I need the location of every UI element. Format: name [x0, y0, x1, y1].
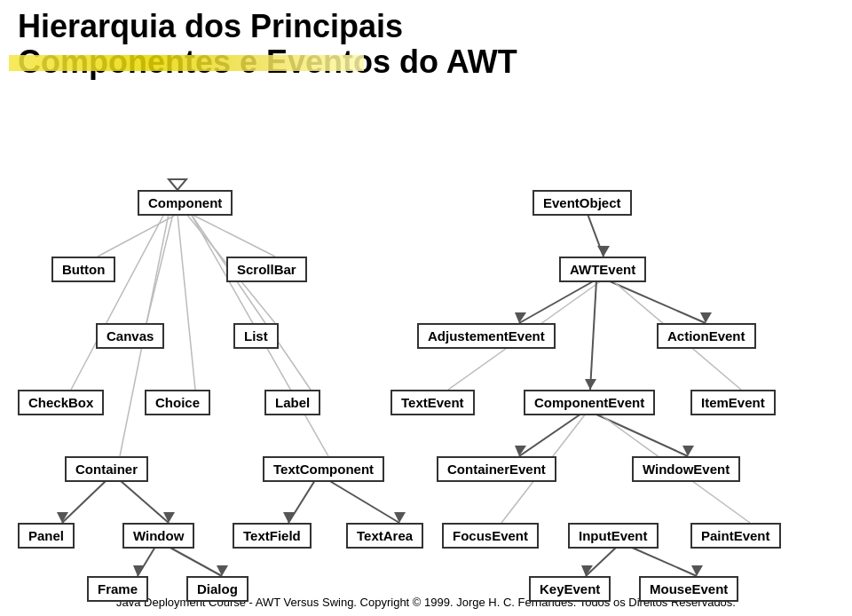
node-window: Window — [122, 523, 194, 549]
node-keyevent: KeyEvent — [529, 576, 611, 602]
title-line1: Hierarquia dos Principais — [18, 9, 834, 44]
node-inputevent: InputEvent — [568, 523, 659, 549]
svg-marker-38 — [283, 512, 295, 523]
svg-line-16 — [590, 280, 596, 390]
node-choice: Choice — [145, 390, 210, 415]
node-textfield: TextField — [233, 523, 312, 549]
svg-line-27 — [630, 547, 697, 576]
svg-line-6 — [191, 214, 311, 390]
svg-line-4 — [71, 214, 164, 390]
node-textcomponent: TextComponent — [263, 456, 384, 482]
svg-line-13 — [608, 280, 706, 323]
svg-marker-17 — [585, 379, 596, 390]
node-canvas: Canvas — [96, 323, 164, 349]
node-actionevent: ActionEvent — [657, 323, 756, 349]
svg-line-0 — [98, 214, 178, 257]
svg-line-35 — [169, 547, 222, 576]
node-awtevent: AWTEvent — [559, 257, 646, 282]
node-dialog: Dialog — [186, 576, 248, 602]
svg-line-29 — [62, 480, 106, 523]
node-containerevent: ContainerEvent — [437, 456, 556, 482]
svg-marker-32 — [163, 512, 175, 523]
node-panel: Panel — [18, 523, 75, 549]
svg-marker-41 — [169, 179, 186, 190]
node-component: Component — [138, 190, 233, 216]
node-label: Label — [264, 390, 320, 415]
node-focusevent: FocusEvent — [442, 523, 539, 549]
svg-line-25 — [586, 547, 617, 576]
node-frame: Frame — [87, 576, 148, 602]
svg-line-11 — [519, 280, 595, 323]
svg-line-33 — [138, 547, 155, 576]
node-textevent: TextEvent — [390, 390, 475, 415]
node-list: List — [233, 323, 279, 349]
node-adjustementevent: AdjustementEvent — [417, 323, 556, 349]
svg-line-39 — [328, 480, 399, 523]
node-componentevent: ComponentEvent — [524, 390, 655, 415]
node-checkbox: CheckBox — [18, 390, 104, 415]
highlight-bar — [9, 55, 364, 71]
svg-marker-34 — [133, 565, 144, 576]
title-section: Hierarquia dos Principais Componentes e … — [0, 0, 852, 79]
diagram-area: Component EventObject Button ScrollBar A… — [0, 83, 852, 598]
svg-line-19 — [519, 414, 581, 456]
svg-marker-10 — [597, 246, 610, 257]
node-scrollbar: ScrollBar — [226, 257, 307, 282]
node-paintevent: PaintEvent — [690, 523, 781, 549]
node-container: Container — [65, 456, 148, 482]
node-button: Button — [51, 257, 115, 282]
node-itemevent: ItemEvent — [690, 390, 776, 415]
node-textarea: TextArea — [346, 523, 423, 549]
svg-line-5 — [178, 214, 195, 390]
svg-line-37 — [288, 480, 315, 523]
svg-line-31 — [120, 480, 169, 523]
node-mouseevent: MouseEvent — [639, 576, 738, 602]
node-eventobject: EventObject — [532, 190, 632, 216]
node-windowevent: WindowEvent — [632, 456, 740, 482]
